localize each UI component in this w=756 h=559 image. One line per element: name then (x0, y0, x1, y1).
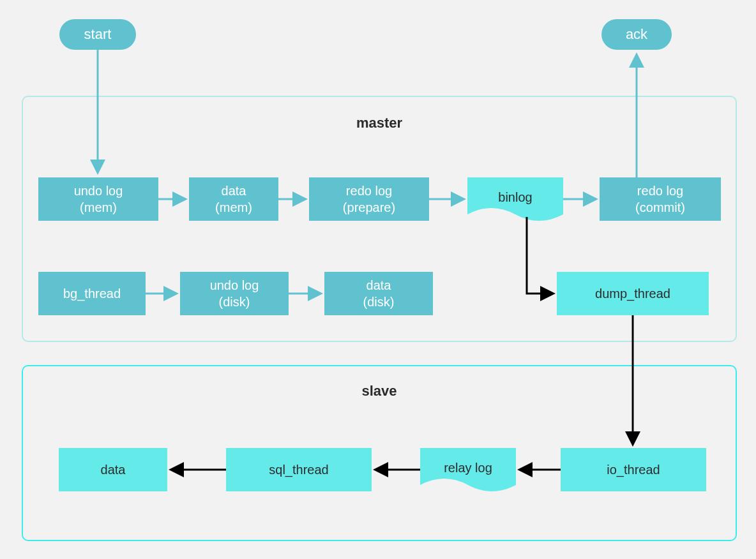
undo-log-disk-node: undo log (disk) (180, 272, 289, 315)
redo-commit-l2: (commit) (635, 199, 685, 216)
slave-data-label: data (101, 461, 126, 478)
io-thread-label: io_thread (607, 461, 660, 478)
start-pill: start (59, 19, 136, 50)
relay-log-label: relay log (444, 461, 492, 475)
binlog-label: binlog (498, 190, 532, 204)
redo-prepare-node: redo log (prepare) (309, 177, 429, 221)
data-disk-l2: (disk) (363, 294, 395, 310)
redo-commit-node: redo log (commit) (600, 177, 721, 221)
dump-thread-node: dump_thread (557, 272, 709, 315)
undo-log-disk-l2: (disk) (219, 294, 250, 310)
relay-log-doc: relay log (420, 448, 516, 498)
undo-log-disk-l1: undo log (210, 277, 259, 294)
start-label: start (84, 26, 112, 43)
data-mem-l1: data (222, 183, 246, 199)
master-title: master (23, 115, 736, 131)
undo-log-mem-l1: undo log (74, 183, 123, 199)
data-mem-node: data (mem) (189, 177, 278, 221)
sql-thread-label: sql_thread (269, 461, 328, 478)
bg-thread-node: bg_thread (38, 272, 146, 315)
io-thread-node: io_thread (561, 448, 706, 491)
slave-title: slave (23, 383, 736, 399)
redo-prepare-l1: redo log (346, 183, 392, 199)
bg-thread-label: bg_thread (63, 285, 121, 302)
slave-data-node: data (59, 448, 167, 491)
sql-thread-node: sql_thread (226, 448, 372, 491)
undo-log-mem-l2: (mem) (80, 199, 117, 216)
binlog-doc: binlog (467, 177, 563, 227)
undo-log-mem-node: undo log (mem) (38, 177, 158, 221)
data-mem-l2: (mem) (215, 199, 252, 216)
redo-commit-l1: redo log (637, 183, 683, 199)
data-disk-node: data (disk) (324, 272, 433, 315)
ack-pill: ack (601, 19, 672, 50)
ack-label: ack (626, 26, 647, 43)
data-disk-l1: data (367, 277, 391, 294)
dump-thread-label: dump_thread (595, 285, 670, 302)
redo-prepare-l2: (prepare) (343, 199, 395, 216)
